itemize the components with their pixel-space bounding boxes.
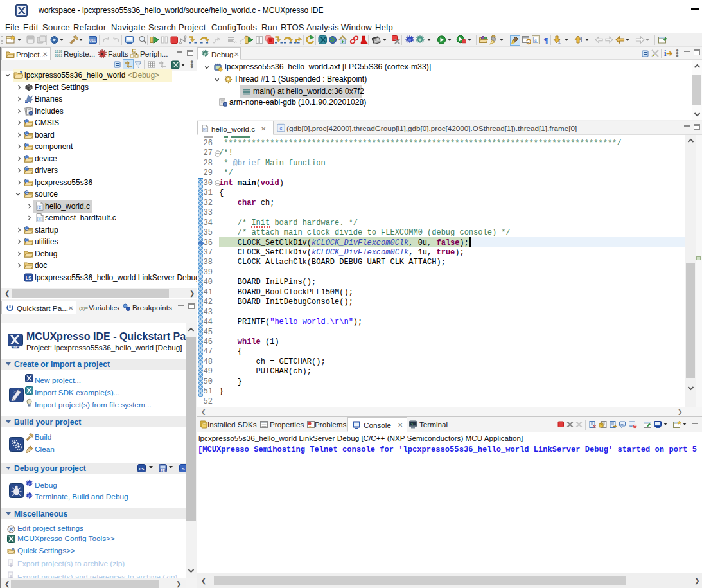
svg-text:IDE: IDE — [13, 346, 17, 349]
svg-text:(x)=: (x)= — [79, 305, 88, 311]
svg-text:010: 010 — [89, 38, 96, 42]
svg-text:>_: >_ — [13, 389, 19, 393]
svg-text:PE: PE — [161, 468, 165, 472]
svg-text:¶: ¶ — [543, 35, 548, 45]
svg-text:LS: LS — [139, 467, 145, 471]
svg-text:>: > — [411, 422, 413, 426]
svg-text:S: S — [182, 467, 184, 471]
svg-text:c: c — [279, 126, 282, 131]
svg-text:01: 01 — [25, 100, 29, 103]
svg-text:0101: 0101 — [55, 54, 62, 58]
svg-text:LS: LS — [26, 276, 31, 280]
